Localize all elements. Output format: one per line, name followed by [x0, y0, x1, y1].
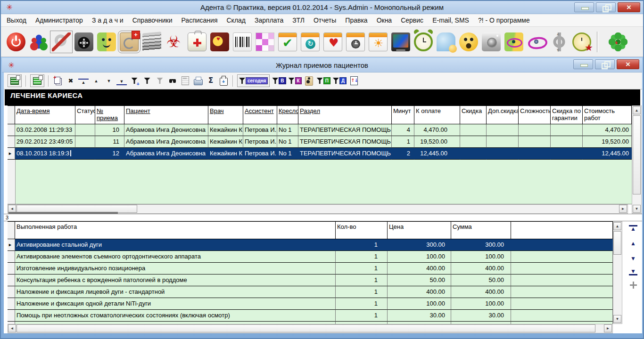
menu-item-email-sms[interactable]: E-mail, SMS	[432, 16, 469, 24]
reception-cell-work_cost[interactable]: 12,445.00	[583, 148, 632, 160]
tiles-icon[interactable]	[256, 32, 274, 51]
work-row[interactable]: Наложение и фиксация лицевой дуги - стан…	[8, 286, 613, 298]
receptions-vscroll-thumb[interactable]	[633, 115, 641, 194]
reception-cell-num[interactable]: 12	[95, 148, 124, 160]
reception-cell-chair[interactable]: No 1	[277, 124, 298, 136]
last-record-icon[interactable]	[116, 79, 127, 85]
filter-p-icon[interactable]: П	[317, 75, 330, 87]
work-cell-work_name[interactable]: Наложение и фиксация одной детали NiTi-д…	[15, 298, 336, 310]
work-cell-blank[interactable]	[511, 310, 613, 322]
patient-exit-icon[interactable]	[304, 75, 314, 87]
reception-cell-add_discount[interactable]	[487, 136, 519, 148]
works-hscroll-left[interactable]	[8, 324, 16, 332]
reception-cell-chair[interactable]: No 1	[277, 136, 298, 148]
reception-col-header-complexity[interactable]: Сложность	[519, 106, 551, 124]
menu-item-schedules[interactable]: Расписания	[182, 16, 218, 24]
work-cell-blank[interactable]	[511, 286, 613, 298]
reception-cell-status[interactable]	[75, 124, 95, 136]
work-cell-blank[interactable]	[511, 263, 613, 274]
reception-col-header-doctor[interactable]: Врач	[208, 106, 243, 124]
cal-refresh-icon[interactable]	[301, 32, 320, 51]
reception-col-header-to_pay[interactable]: К оплате	[414, 106, 460, 124]
work-cell-blank[interactable]	[511, 239, 613, 251]
sum-sigma-icon[interactable]	[206, 75, 216, 87]
works-hscroll-thumb[interactable]	[17, 324, 595, 332]
menu-item-windows[interactable]: Окна	[377, 16, 392, 24]
firstaid-icon[interactable]	[188, 32, 206, 51]
journal-restore-button[interactable]	[595, 59, 615, 69]
works-vscroll-up[interactable]	[613, 222, 621, 230]
first-record-icon[interactable]	[78, 79, 89, 85]
filter-off-icon[interactable]	[155, 75, 165, 87]
reception-col-header-warranty_discount[interactable]: Скидка по гарантии	[551, 106, 583, 124]
filter-v-icon[interactable]: В	[272, 75, 286, 87]
filter-today-icon[interactable]: сегодня	[237, 74, 270, 87]
grid-view-icon[interactable]	[8, 74, 22, 87]
reception-cell-work_cost[interactable]: 19,520.00	[583, 136, 632, 148]
work-cell-total[interactable]: 100.00	[451, 298, 511, 310]
works-nav-last-icon[interactable]	[629, 269, 637, 275]
work-row[interactable]: Изготовление индивидуального позиционера…	[8, 263, 613, 274]
reception-cell-chair[interactable]: No 1	[277, 148, 298, 160]
reception-cell-patient[interactable]: Абрамова Инга Деонисовна	[124, 124, 208, 136]
reception-col-header-minutes[interactable]: Минут	[392, 106, 414, 124]
video-icon[interactable]	[74, 32, 93, 51]
work-cell-qty[interactable]: 1	[336, 310, 388, 322]
work-cell-total[interactable]: 400.00	[451, 263, 511, 274]
grid-add-icon[interactable]	[30, 74, 44, 87]
menu-item-edit[interactable]: Правка	[345, 16, 367, 24]
menu-item-reports[interactable]: Отчеты	[314, 16, 336, 24]
filter-add-icon[interactable]	[129, 75, 140, 87]
reception-cell-minutes[interactable]: 1	[392, 136, 414, 148]
reception-cell-section[interactable]: ТЕРАПЕВТИЧЕСКАЯ ПОМОЩЬ	[298, 136, 392, 148]
reception-cell-work_cost[interactable]: 4,470.00	[583, 124, 632, 136]
menu-item-service[interactable]: Сервис	[401, 16, 423, 24]
power-icon[interactable]	[7, 32, 25, 51]
works-vscroll-thumb[interactable]	[613, 231, 621, 255]
reception-cell-add_discount[interactable]	[487, 148, 519, 160]
delete-record-icon[interactable]	[66, 75, 76, 87]
tv-icon[interactable]	[391, 32, 410, 51]
work-cell-price[interactable]: 100.00	[388, 298, 451, 310]
reception-row[interactable]: 29.02.2012 23:49:0511Абрамова Инга Деони…	[8, 136, 632, 148]
reception-cell-minutes[interactable]: 4	[392, 124, 414, 136]
alarm-icon[interactable]	[414, 32, 433, 51]
tools-icon[interactable]	[52, 32, 71, 51]
work-cell-work_name[interactable]: Консультация ребенка с врожденной патоло…	[15, 274, 336, 286]
work-row[interactable]: Наложение и фиксация одной детали NiTi-д…	[8, 298, 613, 310]
work-cell-blank[interactable]	[511, 298, 613, 310]
reception-cell-to_pay[interactable]: 4,470.00	[414, 124, 460, 136]
eye-icon[interactable]	[527, 32, 546, 51]
filter-d-icon[interactable]: Д	[333, 75, 347, 87]
cal-clock-icon[interactable]	[346, 32, 365, 51]
works-hscroll-right[interactable]	[604, 324, 612, 332]
cal-heart-icon[interactable]	[323, 32, 342, 51]
work-cell-total[interactable]: 30.00	[451, 310, 511, 322]
medcard-icon[interactable]	[120, 32, 139, 51]
reception-cell-num[interactable]: 10	[95, 124, 124, 136]
reception-cell-complexity[interactable]	[519, 136, 551, 148]
barcode-icon[interactable]	[233, 32, 252, 51]
works-nav-first-icon[interactable]	[629, 225, 637, 232]
work-col-header-blank[interactable]	[511, 222, 613, 239]
reception-cell-status[interactable]	[75, 148, 95, 160]
reception-cell-minutes[interactable]: 2	[392, 148, 414, 160]
work-cell-total[interactable]: 100.00	[451, 251, 511, 263]
chat-icon[interactable]	[437, 32, 455, 51]
reception-cell-assistant[interactable]: Петрова И.	[243, 124, 277, 136]
works-vscroll-down[interactable]	[613, 315, 621, 323]
works-nav-next-icon[interactable]	[629, 256, 637, 261]
reception-cell-section[interactable]: ТЕРАПЕВТИЧЕСКАЯ ПОМОЩЬ	[298, 124, 392, 136]
work-cell-blank[interactable]	[511, 274, 613, 286]
reception-cell-to_pay[interactable]: 19,520.00	[414, 136, 460, 148]
books-icon[interactable]	[142, 32, 161, 52]
menu-item-ztl[interactable]: ЗТЛ	[292, 16, 305, 24]
work-cell-total[interactable]: 300.00	[451, 239, 511, 251]
reception-col-header-work_cost[interactable]: Стоимость работ	[583, 106, 632, 124]
reception-cell-add_discount[interactable]	[487, 124, 519, 136]
minimize-button[interactable]	[574, 2, 594, 12]
reception-col-header-assistant[interactable]: Ассистент	[243, 106, 277, 124]
work-col-header-qty[interactable]: Кол-во	[336, 222, 388, 239]
work-col-header-total[interactable]: Сумма	[451, 222, 511, 239]
reception-cell-warranty_discount[interactable]	[551, 148, 583, 160]
